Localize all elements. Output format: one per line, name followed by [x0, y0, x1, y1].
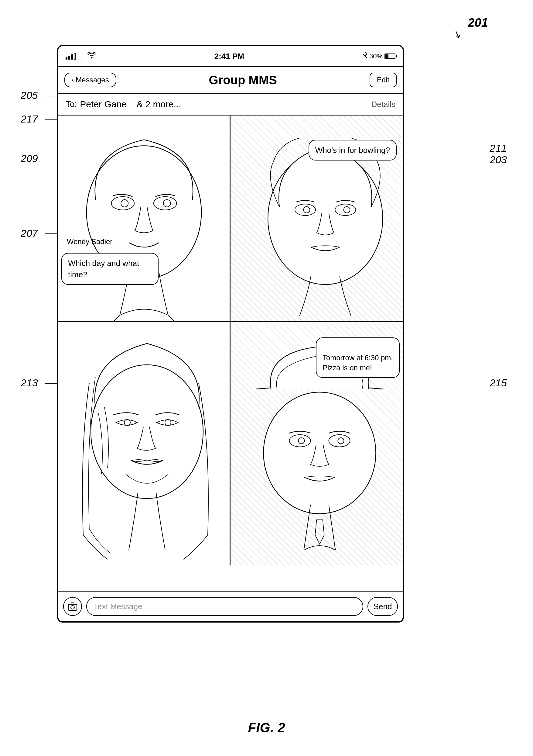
battery-icon	[385, 53, 395, 59]
ann-215: 215	[490, 377, 507, 389]
svg-point-0	[91, 57, 92, 59]
ann-209: 209	[21, 152, 38, 164]
bubble-tomorrow: Tomorrow at 6:30 pm. Pizza is on me!	[316, 338, 400, 378]
to-label: To:	[65, 99, 77, 109]
svg-point-5	[164, 200, 171, 207]
input-bar: Text Message Send	[58, 591, 403, 621]
back-button-label: Messages	[76, 76, 109, 84]
nav-bar: ‹ Messages Group MMS Edit	[58, 67, 403, 94]
signal-bars	[65, 53, 76, 60]
page: 201 ↖ 205 217 209 207 211 203 213 215	[0, 0, 533, 756]
signal-bar-2	[68, 56, 70, 60]
panel-right-top: Who's in for bowling?	[231, 116, 403, 321]
edit-button[interactable]: Edit	[369, 73, 397, 87]
ann-217: 217	[21, 113, 38, 125]
phone-frame: ... 2:41 PM 30%	[57, 45, 404, 623]
face-wendy-svg	[58, 116, 230, 321]
recipient-more: & 2 more...	[137, 99, 181, 109]
svg-point-4	[121, 200, 128, 207]
ann-213: 213	[21, 377, 38, 389]
bubble-which-day: Which day and what time?	[61, 253, 159, 285]
signal-bar-3	[71, 54, 73, 60]
to-details-link[interactable]: Details	[371, 100, 395, 109]
send-button[interactable]: Send	[368, 597, 398, 616]
signal-bar-4	[74, 53, 76, 60]
status-bar: ... 2:41 PM 30%	[58, 46, 403, 67]
svg-point-20	[71, 606, 74, 609]
panel-left-top: Wendy Sadier Which day and what time?	[58, 116, 231, 321]
status-left: ...	[65, 52, 96, 61]
camera-button[interactable]	[63, 597, 82, 616]
bluetooth-icon	[363, 52, 368, 61]
bubble-bowling: Who's in for bowling?	[309, 140, 397, 160]
arrow-201: ↖	[451, 28, 463, 42]
top-panels: Wendy Sadier Which day and what time?	[58, 116, 403, 322]
bottom-panels: Tomorrow at 6:30 pm. Pizza is on me!	[58, 322, 403, 565]
to-field: To: Peter Gane & 2 more... Details	[58, 94, 403, 116]
status-time: 2:41 PM	[215, 52, 244, 61]
panel-left-bottom	[58, 322, 231, 565]
ann-211: 211	[490, 142, 507, 154]
svg-point-2	[111, 197, 134, 210]
svg-point-8	[335, 204, 356, 216]
back-button[interactable]: ‹ Messages	[64, 73, 116, 87]
ann-207: 207	[21, 228, 38, 239]
text-message-input[interactable]: Text Message	[86, 597, 363, 616]
ann-205: 205	[21, 89, 38, 101]
figure-label-201: 201	[468, 16, 488, 30]
text-message-placeholder: Text Message	[93, 602, 142, 611]
svg-point-14	[264, 392, 376, 514]
signal-bar-1	[65, 57, 67, 60]
svg-point-7	[295, 204, 316, 216]
battery-percent: 30%	[369, 52, 383, 60]
sender-name-label: Wendy Sadier	[67, 237, 113, 246]
bubble-tomorrow-text: Tomorrow at 6:30 pm. Pizza is on me!	[322, 354, 393, 372]
svg-point-3	[154, 197, 177, 210]
figure-caption: FIG. 2	[248, 720, 285, 735]
battery-fill	[385, 54, 389, 58]
bubble-bowling-text: Who's in for bowling?	[315, 146, 390, 155]
status-right: 30%	[363, 52, 395, 61]
face-woman-svg	[58, 322, 230, 565]
bubble-which-day-text: Which day and what time?	[68, 259, 139, 279]
chat-area: Wendy Sadier Which day and what time?	[58, 116, 403, 565]
wifi-icon	[88, 52, 96, 61]
edit-button-label: Edit	[377, 76, 389, 84]
send-button-label: Send	[373, 602, 392, 611]
recipient-name: Peter Gane	[80, 99, 126, 109]
svg-point-16	[329, 435, 350, 447]
to-recipients: Peter Gane & 2 more...	[80, 99, 181, 109]
back-chevron-icon: ‹	[72, 76, 74, 84]
nav-title: Group MMS	[209, 73, 277, 87]
panel-right-bottom: Tomorrow at 6:30 pm. Pizza is on me!	[231, 322, 403, 565]
signal-dots: ...	[78, 53, 83, 60]
svg-point-15	[290, 435, 311, 447]
ann-203: 203	[490, 154, 507, 166]
